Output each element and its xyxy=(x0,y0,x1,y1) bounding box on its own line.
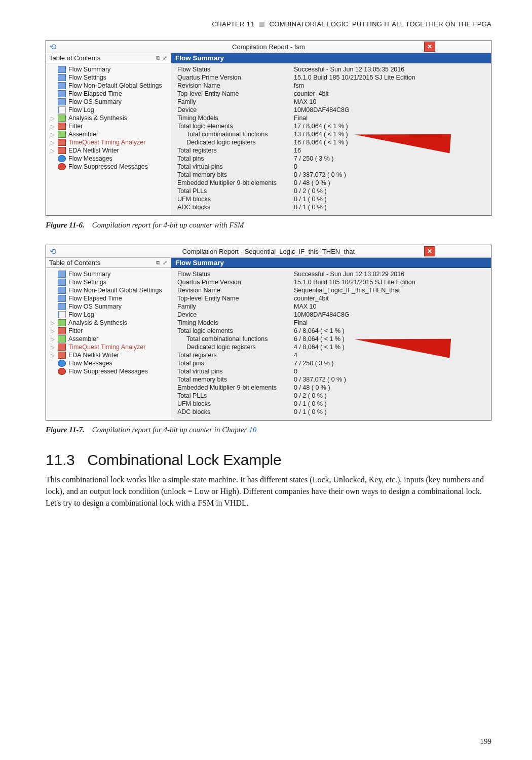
page-number: 199 xyxy=(480,737,492,746)
summary-key: Dedicated logic registers xyxy=(177,139,294,146)
chapter-label: CHAPTER 11 xyxy=(212,20,254,28)
summary-value: counter_4bit xyxy=(294,295,486,302)
toc-item[interactable]: ▷Flow Messages xyxy=(50,155,169,163)
summary-row: Total memory bits0 / 387,072 ( 0 % ) xyxy=(177,171,486,179)
expand-arrow-icon[interactable]: ▷ xyxy=(50,124,55,129)
toc-item-label: Flow Messages xyxy=(68,155,112,162)
folder-r-icon xyxy=(58,352,66,359)
toc-item[interactable]: ▷Flow Summary xyxy=(50,65,169,73)
expand-arrow-icon[interactable]: ▷ xyxy=(50,353,55,358)
toc-item[interactable]: ▷Flow Messages xyxy=(50,359,169,367)
table-icon xyxy=(58,287,66,294)
table-icon xyxy=(58,303,66,310)
toc-item[interactable]: ▷Flow Elapsed Time xyxy=(50,90,169,98)
toc-item[interactable]: ▷Flow OS Summary xyxy=(50,302,169,311)
summary-value: 15.1.0 Build 185 10/21/2015 SJ Lite Edit… xyxy=(294,74,486,81)
summary-key: Timing Models xyxy=(177,115,294,122)
summary-value: 0 / 2 ( 0 % ) xyxy=(294,187,486,195)
chapter-title: COMBINATORIAL LOGIC: PUTTING IT ALL TOGE… xyxy=(270,20,491,28)
summary-key: Total combinational functions xyxy=(177,131,294,138)
expand-arrow-icon[interactable]: ▷ xyxy=(50,345,55,350)
summary-row: FamilyMAX 10 xyxy=(177,302,486,311)
toc-item-label: Analysis & Synthesis xyxy=(68,319,127,326)
toc-item[interactable]: ▷TimeQuest Timing Analyzer xyxy=(50,343,169,351)
toc-item[interactable]: ▷TimeQuest Timing Analyzer xyxy=(50,138,169,146)
summary-row: Total PLLs0 / 2 ( 0 % ) xyxy=(177,392,486,400)
separator-box xyxy=(259,22,264,27)
summary-key: Quartus Prime Version xyxy=(177,74,294,81)
expand-arrow-icon[interactable]: ▷ xyxy=(50,336,55,342)
caption-text: Compilation report for 4-bit up counter … xyxy=(92,221,244,229)
expand-arrow-icon[interactable]: ▷ xyxy=(50,140,55,145)
expand-arrow-icon[interactable]: ▷ xyxy=(50,116,55,121)
toc-item[interactable]: ▷Flow Suppressed Messages xyxy=(50,163,169,171)
toc-item[interactable]: ▷Flow Elapsed Time xyxy=(50,294,169,302)
toc-item[interactable]: ▷Assembler xyxy=(50,335,169,343)
table-icon xyxy=(58,279,66,286)
toc-item[interactable]: ▷Flow Log xyxy=(50,106,169,114)
toc-tree: ▷Flow Summary▷Flow Settings▷Flow Non-Def… xyxy=(46,63,171,174)
summary-key: Total logic elements xyxy=(177,123,294,130)
summary-row: ADC blocks0 / 1 ( 0 % ) xyxy=(177,203,486,211)
summary-value: 0 xyxy=(294,368,486,375)
summary-key: Total registers xyxy=(177,352,294,359)
summary-value: 0 / 48 ( 0 % ) xyxy=(294,384,486,391)
quartus-window-fig-a: ⟲ Compilation Report - fsm ✕ Table of Co… xyxy=(46,40,491,216)
summary-row: Dedicated logic registers4 / 8,064 ( < 1… xyxy=(177,343,486,351)
toc-controls-icon[interactable]: ⧉ ⤢ xyxy=(156,55,168,61)
toc-controls-icon[interactable]: ⧉ ⤢ xyxy=(156,259,168,266)
toc-item-label: TimeQuest Timing Analyzer xyxy=(68,139,145,146)
table-icon xyxy=(58,74,66,81)
running-head: CHAPTER 11 COMBINATORIAL LOGIC: PUTTING … xyxy=(46,20,491,28)
summary-row: Total virtual pins0 xyxy=(177,163,486,171)
toc-item[interactable]: ▷Assembler xyxy=(50,130,169,138)
toc-item[interactable]: ▷Flow Summary xyxy=(50,270,169,278)
expand-arrow-icon[interactable]: ▷ xyxy=(50,132,55,137)
toc-item[interactable]: ▷Flow Suppressed Messages xyxy=(50,367,169,375)
toc-item-label: Flow Elapsed Time xyxy=(68,90,122,97)
summary-key: Flow Status xyxy=(177,271,294,278)
summary-row: Revision Namefsm xyxy=(177,82,486,90)
toc-item[interactable]: ▷Flow Settings xyxy=(50,278,169,286)
toc-item-label: Flow Summary xyxy=(68,271,110,278)
toc-item[interactable]: ▷Fitter xyxy=(50,122,169,130)
table-icon xyxy=(58,66,66,73)
summary-row: Total registers16 xyxy=(177,146,486,155)
summary-value: 6 / 8,064 ( < 1 % ) xyxy=(294,327,486,334)
summary-row: Total pins7 / 250 ( 3 % ) xyxy=(177,155,486,163)
close-icon[interactable]: ✕ xyxy=(424,246,435,256)
expand-arrow-icon[interactable]: ▷ xyxy=(50,320,55,326)
toc-item[interactable]: ▷EDA Netlist Writer xyxy=(50,146,169,155)
summary-row: Total combinational functions13 / 8,064 … xyxy=(177,130,486,138)
toc-item[interactable]: ▷EDA Netlist Writer xyxy=(50,351,169,359)
toc-item[interactable]: ▷Flow Settings xyxy=(50,73,169,82)
summary-key: Embedded Multiplier 9-bit elements xyxy=(177,179,294,186)
close-icon[interactable]: ✕ xyxy=(424,42,435,52)
table-icon xyxy=(58,82,66,89)
toc-item[interactable]: ▷Flow Non-Default Global Settings xyxy=(50,82,169,90)
summary-row: Device10M08DAF484C8G xyxy=(177,106,486,114)
summary-row: Embedded Multiplier 9-bit elements0 / 48… xyxy=(177,384,486,392)
summary-value: 15.1.0 Build 185 10/21/2015 SJ Lite Edit… xyxy=(294,279,486,286)
summary-key: Total pins xyxy=(177,155,294,162)
back-icon[interactable]: ⟲ xyxy=(46,247,59,256)
circle-b-icon xyxy=(58,155,66,162)
summary-key: Total pins xyxy=(177,360,294,367)
expand-arrow-icon[interactable]: ▷ xyxy=(50,328,55,334)
toc-item[interactable]: ▷Flow Non-Default Global Settings xyxy=(50,286,169,294)
toc-title: Table of Contents xyxy=(49,259,100,267)
toc-item-label: Flow Settings xyxy=(68,74,106,81)
summary-row: ADC blocks0 / 1 ( 0 % ) xyxy=(177,408,486,416)
toc-item[interactable]: ▷Flow Log xyxy=(50,311,169,319)
circle-b-icon xyxy=(58,360,66,367)
expand-arrow-icon[interactable]: ▷ xyxy=(50,148,55,154)
toc-item[interactable]: ▷Analysis & Synthesis xyxy=(50,114,169,122)
section-title: Combinational Lock Example xyxy=(87,451,281,468)
summary-key: Total logic elements xyxy=(177,327,294,334)
chapter-link[interactable]: 10 xyxy=(249,426,256,434)
toc-item[interactable]: ▷Flow OS Summary xyxy=(50,98,169,106)
summary-value: counter_4bit xyxy=(294,90,486,97)
back-icon[interactable]: ⟲ xyxy=(46,42,59,52)
toc-item[interactable]: ▷Fitter xyxy=(50,327,169,335)
toc-item[interactable]: ▷Analysis & Synthesis xyxy=(50,319,169,327)
